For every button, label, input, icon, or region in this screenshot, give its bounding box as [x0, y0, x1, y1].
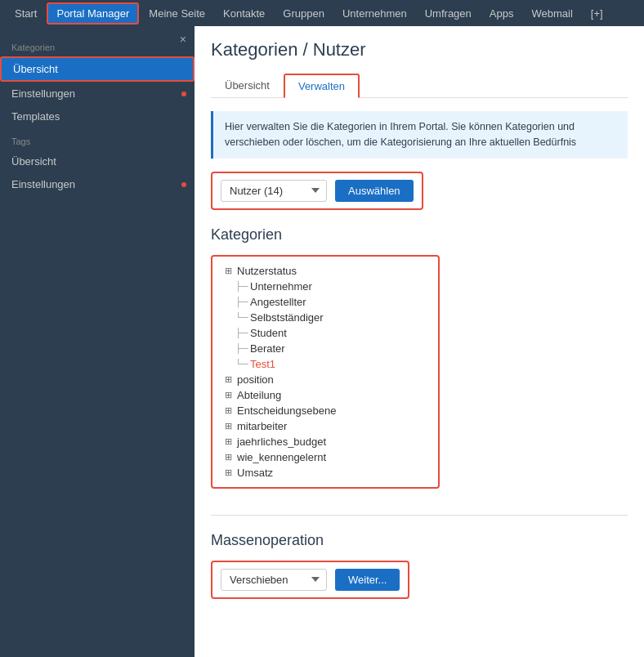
tree-node-entscheidungsebene[interactable]: ⊞ Entscheidungsebene [222, 403, 428, 418]
main-content: Kategorien / Nutzer Übersicht Verwalten … [195, 26, 644, 657]
tree-node-unternehmer[interactable]: ├─ Unternehmer [222, 279, 428, 294]
expand-icon-mitarbeiter: ⊞ [222, 421, 234, 431]
filter-select[interactable]: Nutzer (14) [221, 180, 327, 202]
tree-connector-student: ├─ [235, 328, 247, 337]
tree-label-nutzerstatus: Nutzerstatus [237, 265, 297, 277]
expand-icon-jaehrliches-budget: ⊞ [222, 436, 234, 447]
tree-label-abteilung: Abteilung [237, 389, 281, 401]
nav-kontakte[interactable]: Kontakte [215, 4, 273, 23]
sidebar-close-icon[interactable]: × [180, 33, 186, 46]
tree-node-nutzerstatus[interactable]: ⊞ Nutzerstatus [222, 263, 428, 279]
tree-label-wie-kennengelernt: wie_kennengelernt [237, 451, 326, 463]
tab-verwalten[interactable]: Verwalten [284, 74, 360, 98]
expand-icon-entscheidungsebene: ⊞ [222, 405, 234, 416]
tree-node-angestellter[interactable]: ├─ Angestellter [222, 294, 428, 310]
massenoperation-section: Massenoperation Verschieben Weiter... [211, 532, 628, 599]
tree-label-jaehrliches-budget: jaehrliches_budget [237, 436, 326, 448]
sidebar-item-kategorien-einstellungen[interactable]: Einstellungen [0, 83, 195, 105]
filter-auswahlen-button[interactable]: Auswählen [335, 180, 414, 202]
massenoperation-select[interactable]: Verschieben [221, 569, 327, 591]
category-tree: ⊞ Nutzerstatus ├─ Unternehmer ├─ Angeste… [211, 255, 440, 489]
section-divider [211, 515, 628, 516]
nav-webmail[interactable]: Webmail [523, 4, 580, 23]
tree-label-unternehmer: Unternehmer [250, 280, 312, 293]
tree-label-umsatz: Umsatz [237, 467, 273, 479]
tree-label-angestellter: Angestellter [250, 296, 306, 308]
expand-icon-nutzerstatus: ⊞ [222, 266, 234, 276]
sidebar-item-tags-einstellungen[interactable]: Einstellungen [0, 173, 195, 195]
nav-meine-seite[interactable]: Meine Seite [141, 4, 213, 23]
info-box: Hier verwalten Sie die Kategorien in Ihr… [211, 111, 628, 159]
tree-node-umsatz[interactable]: ⊞ Umsatz [222, 465, 428, 480]
tree-node-berater[interactable]: ├─ Berater [222, 341, 428, 356]
massenoperation-weiter-button[interactable]: Weiter... [335, 569, 400, 591]
main-layout: × Kategorien Übersicht Einstellungen Tem… [0, 26, 644, 657]
sidebar-section-tags: Tags [0, 128, 195, 150]
tab-ubersicht[interactable]: Übersicht [211, 74, 284, 98]
tree-node-jaehrliches-budget[interactable]: ⊞ jaehrliches_budget [222, 434, 428, 449]
kategorien-heading: Kategorien [211, 226, 628, 244]
expand-icon-wie-kennengelernt: ⊞ [222, 452, 234, 463]
tabs-container: Übersicht Verwalten [211, 74, 628, 98]
tree-label-mitarbeiter: mitarbeiter [237, 420, 287, 432]
tree-label-berater: Berater [250, 342, 285, 355]
tree-connector-unternehmer: ├─ [235, 281, 247, 291]
expand-icon-position: ⊞ [222, 374, 234, 385]
tree-connector-selbststandiger: └─ [235, 312, 247, 322]
massenoperation-bar: Verschieben Weiter... [211, 561, 409, 599]
expand-icon-abteilung: ⊞ [222, 390, 234, 400]
filter-bar: Nutzer (14) Auswählen [211, 172, 423, 210]
sidebar: × Kategorien Übersicht Einstellungen Tem… [0, 26, 195, 657]
top-navigation: Start Portal Manager Meine Seite Kontakt… [0, 0, 644, 26]
tree-node-wie-kennengelernt[interactable]: ⊞ wie_kennengelernt [222, 449, 428, 465]
tree-node-test1[interactable]: └─ Test1 [222, 356, 428, 372]
tree-node-student[interactable]: ├─ Student [222, 325, 428, 341]
nav-unternehmen[interactable]: Unternehmen [334, 4, 415, 23]
nav-plus[interactable]: [+] [583, 4, 611, 23]
expand-icon-umsatz: ⊞ [222, 467, 234, 478]
tree-node-abteilung[interactable]: ⊞ Abteilung [222, 387, 428, 403]
tree-label-student: Student [250, 327, 287, 339]
sidebar-item-templates[interactable]: Templates [0, 105, 195, 127]
page-title: Kategorien / Nutzer [211, 39, 628, 60]
nav-umfragen[interactable]: Umfragen [417, 4, 480, 23]
tree-node-mitarbeiter[interactable]: ⊞ mitarbeiter [222, 418, 428, 434]
tree-node-selbststandiger[interactable]: └─ Selbstständiger [222, 310, 428, 325]
tree-connector-test1: └─ [235, 359, 247, 369]
nav-portal-manager[interactable]: Portal Manager [47, 2, 139, 25]
tree-label-position: position [237, 373, 274, 386]
tree-connector-berater: ├─ [235, 343, 247, 353]
sidebar-item-kategorien-ubersicht[interactable]: Übersicht [0, 56, 195, 82]
sidebar-section-kategorien: Kategorien [0, 34, 195, 56]
tree-connector-angestellter: ├─ [235, 297, 247, 306]
massenoperation-heading: Massenoperation [211, 532, 628, 549]
tree-node-position[interactable]: ⊞ position [222, 372, 428, 387]
tree-label-entscheidungsebene: Entscheidungsebene [237, 404, 336, 417]
tree-label-selbststandiger: Selbstständiger [250, 311, 324, 324]
nav-start[interactable]: Start [7, 4, 45, 23]
tree-label-test1: Test1 [250, 358, 275, 370]
sidebar-item-tags-ubersicht[interactable]: Übersicht [0, 150, 195, 172]
nav-apps[interactable]: Apps [481, 4, 522, 23]
nav-gruppen[interactable]: Gruppen [275, 4, 333, 23]
